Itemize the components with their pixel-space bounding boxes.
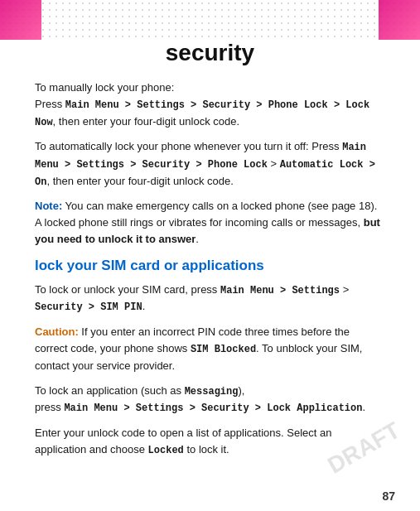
para2a-text: To automatically lock your phone wheneve… [35,140,342,152]
dot-pattern-decoration [0,0,420,40]
page-number: 87 [382,489,395,503]
para2b-text: > [268,157,280,170]
note-end: . [196,233,199,245]
note-label: Note: [35,200,62,212]
para-auto-lock: To automatically lock your phone wheneve… [35,138,385,190]
para6a-text: To lock an application (such as [35,384,185,397]
para6b-text: ), [238,384,244,397]
para6d-text: . [362,401,365,413]
para6-mono2: Main Menu > Settings > Security > Lock A… [64,403,362,414]
para-lock-app: To lock an application (such as Messagin… [35,383,385,417]
corner-accent-right [379,0,420,40]
para-unlock-code: Enter your unlock code to open a list of… [35,425,385,459]
para4-mono1: Main Menu > Settings [220,285,340,296]
corner-accent-left [0,0,41,40]
para4a-text: To lock or unlock your SIM card, press [35,283,220,296]
caution-label: Caution: [35,325,79,338]
caution-mono: SIM Blocked [191,344,256,355]
para6c-text: press [35,401,64,413]
main-content: To manually lock your phone: Press Main … [0,73,420,480]
para6-mono1: Messaging [185,386,239,398]
para-sim-pin: To lock or unlock your SIM card, press M… [35,282,385,316]
para4b-text: > [340,283,349,296]
para4-mono2: Security > SIM PIN [35,301,142,313]
note-text: You can make emergency calls on a locked… [35,200,377,229]
para1-text: To manually lock your phone: [35,81,174,94]
para2c-text: , then enter your four-digit unlock code… [46,175,233,187]
para4c-text: . [142,300,146,312]
page-header: security [0,0,420,73]
para7-end: to lock it. [184,443,229,456]
para-note: Note: You can make emergency calls on a … [35,198,385,248]
para-manually-lock: To manually lock your phone: Press Main … [35,80,385,130]
para1b-text: Press [35,98,65,110]
page-title: security [0,40,420,66]
para-caution: Caution: If you enter an incorrect PIN c… [35,324,385,374]
section-heading-sim: lock your SIM card or applications [35,257,385,275]
para1c-text: , then enter your four-digit unlock code… [53,115,239,128]
para7-mono: Locked [148,445,184,456]
